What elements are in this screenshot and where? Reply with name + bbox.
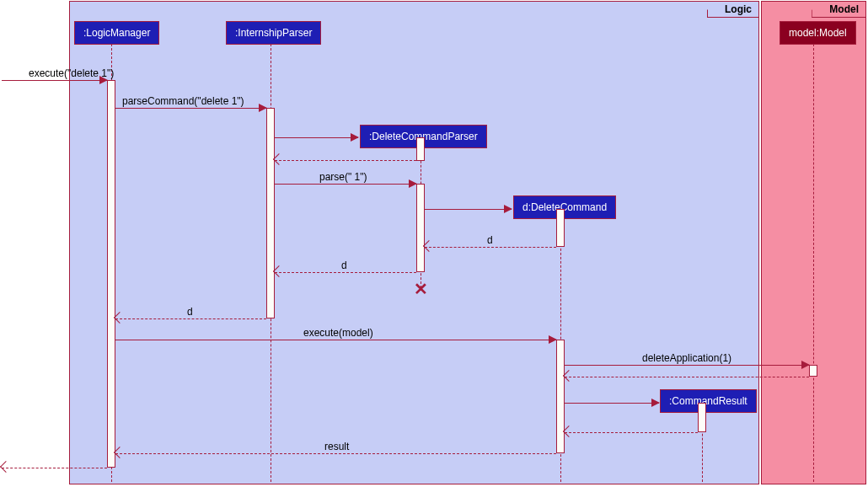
msg-result bbox=[115, 453, 556, 454]
arrow-icon bbox=[801, 361, 810, 369]
msg-return-d3 bbox=[115, 318, 266, 319]
arrow-icon bbox=[259, 104, 267, 112]
msg-return-dcp-create bbox=[275, 160, 416, 161]
activation-delete-command-2 bbox=[556, 340, 565, 453]
arrow-icon bbox=[549, 335, 557, 344]
activation-command-result bbox=[698, 403, 706, 432]
frame-model-label: Model bbox=[812, 2, 865, 18]
activation-model bbox=[809, 365, 817, 377]
participant-logic-manager: :LogicManager bbox=[74, 21, 159, 45]
msg-return-d1-label: d bbox=[487, 234, 493, 246]
msg-parse bbox=[275, 184, 416, 185]
msg-delete-app-label: deleteApplication(1) bbox=[642, 352, 731, 364]
activation-delete-command-parser-2 bbox=[416, 184, 425, 272]
lifeline-model bbox=[813, 44, 814, 482]
arrow-icon bbox=[351, 133, 359, 142]
msg-return-d1 bbox=[425, 247, 556, 248]
msg-return-d2 bbox=[275, 272, 416, 273]
frame-logic: Logic bbox=[69, 1, 759, 484]
activation-logic-manager bbox=[107, 80, 115, 468]
destroy-icon: ✕ bbox=[412, 281, 429, 297]
participant-delete-command: d:DeleteCommand bbox=[513, 195, 616, 219]
msg-return-cr bbox=[565, 432, 698, 433]
msg-return-d2-label: d bbox=[341, 260, 347, 271]
msg-execute-model-label: execute(model) bbox=[303, 327, 373, 339]
frame-logic-label: Logic bbox=[707, 2, 758, 18]
msg-execute-model bbox=[115, 340, 556, 340]
msg-return-d3-label: d bbox=[187, 306, 193, 318]
msg-parse-command bbox=[115, 108, 266, 109]
msg-parse-command-label: parseCommand("delete 1") bbox=[122, 95, 244, 107]
activation-delete-command-1 bbox=[556, 209, 565, 247]
arrow-icon bbox=[409, 179, 417, 188]
arrow-icon bbox=[504, 205, 512, 213]
activation-delete-command-parser-1 bbox=[416, 137, 425, 161]
msg-result-label: result bbox=[324, 441, 349, 452]
arrow-icon bbox=[0, 461, 12, 473]
msg-create-dc bbox=[425, 209, 512, 210]
sequence-diagram: Logic Model :LogicManager :InternshipPar… bbox=[0, 0, 868, 487]
msg-create-dcp bbox=[275, 137, 358, 138]
msg-execute-label: execute("delete 1") bbox=[29, 67, 114, 79]
msg-execute bbox=[2, 80, 107, 81]
activation-internship-parser bbox=[266, 108, 275, 318]
msg-return-model bbox=[565, 377, 809, 377]
msg-parse-label: parse(" 1") bbox=[319, 171, 367, 183]
msg-return-external bbox=[2, 468, 107, 468]
participant-internship-parser: :InternshipParser bbox=[226, 21, 321, 45]
participant-model: model:Model bbox=[780, 21, 856, 45]
participant-command-result: :CommandResult bbox=[660, 389, 757, 413]
msg-create-cr bbox=[565, 403, 659, 404]
msg-delete-app bbox=[565, 365, 809, 366]
arrow-icon bbox=[651, 399, 660, 407]
